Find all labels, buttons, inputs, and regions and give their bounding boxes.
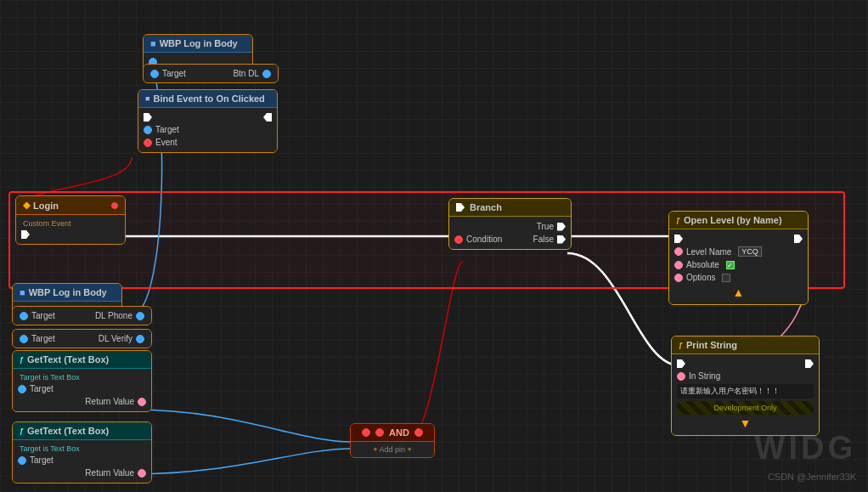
login-event-node[interactable]: ◆ Login Custom Event	[15, 195, 126, 245]
btn-dl-pin	[262, 70, 271, 78]
condition-pin	[454, 235, 463, 244]
target-dl-phone-body: Target DL Phone	[13, 307, 151, 325]
get-text-2-target-label: Target	[30, 455, 54, 465]
bind-event-node[interactable]: ■ Bind Event to On Clicked Target Event	[138, 89, 278, 153]
get-text-1-return-row: Return Value	[18, 395, 146, 408]
btn-dl-label: Btn DL	[233, 69, 259, 78]
exec-out-row	[21, 229, 120, 240]
print-string-header: ƒ Print String	[672, 336, 819, 354]
wbp-login-body-top-label: WBP Log in Body	[160, 38, 238, 48]
target-dl-phone-node[interactable]: Target DL Phone	[12, 306, 152, 325]
level-name-value[interactable]: YCQ	[738, 246, 762, 257]
print-string-node[interactable]: ƒ Print String In String 请重新输入用户名密码！！！ D…	[671, 336, 820, 436]
target-dl-verify-body: Target DL Verify	[13, 330, 151, 348]
login-red-pin	[111, 202, 118, 209]
options-checkbox[interactable]	[722, 274, 730, 282]
bind-icon: ■	[145, 94, 149, 103]
and-label: AND	[389, 427, 409, 438]
add-pin-label[interactable]: + Add pin +	[356, 445, 429, 454]
wbp-login-body-left-header: ■ WBP Log in Body	[13, 284, 121, 302]
exec-in-pin	[144, 113, 152, 122]
condition-label: Condition	[466, 235, 502, 244]
absolute-label: Absolute	[686, 260, 719, 269]
get-text-1-return-pin	[138, 398, 146, 406]
expand-arrow[interactable]: ▲	[674, 284, 803, 301]
target-label: Target	[162, 69, 186, 78]
get-text-2-return-pin	[138, 469, 146, 478]
get-text-2-node[interactable]: ƒ GetText (Text Box) Target is Text Box …	[12, 421, 152, 484]
target-dl-verify-node[interactable]: Target DL Verify	[12, 329, 152, 348]
login-event-header: ◆ Login	[16, 196, 125, 215]
get-text-1-target-row: Target	[18, 382, 146, 395]
in-string-label: In String	[689, 371, 720, 381]
open-level-label: Open Level (by Name)	[684, 215, 782, 225]
absolute-pin	[674, 261, 683, 269]
options-row: Options	[674, 271, 803, 284]
exec-out-pin	[263, 113, 272, 122]
dl-phone-target-label: Target	[31, 311, 55, 320]
custom-event-label: Custom Event	[21, 218, 120, 229]
dl-verify-out-pin	[136, 335, 144, 343]
bind-event-body: Target Event	[138, 108, 277, 152]
get-text-1-target-pin	[18, 385, 26, 393]
and-out-pin	[414, 428, 423, 437]
exec-in	[674, 235, 683, 243]
event-row: Event	[144, 136, 272, 149]
target-btn-dl-node[interactable]: Target Btn DL	[143, 64, 279, 83]
false-label: False	[533, 235, 554, 244]
and-node[interactable]: AND + Add pin +	[350, 423, 435, 458]
get-text-1-return-label: Return Value	[85, 397, 134, 406]
open-level-body: Level Name YCQ Absolute ✓ Options ▲	[669, 229, 808, 304]
and-in-pin1	[362, 428, 370, 437]
get-text-2-target-pin	[18, 456, 26, 465]
exec-in-row	[144, 111, 272, 123]
absolute-row: Absolute ✓	[674, 258, 803, 271]
level-name-label: Level Name	[686, 247, 731, 257]
branch-node[interactable]: Branch True Condition False	[448, 198, 572, 250]
bind-event-label: Bind Event to On Clicked	[153, 93, 264, 104]
print-string-label: Print String	[686, 340, 737, 350]
print-exec-row	[677, 358, 814, 370]
diamond-icon: ◆	[23, 200, 30, 211]
and-body: + Add pin +	[351, 442, 434, 457]
in-string-pin	[677, 372, 685, 381]
branch-body: True Condition False	[449, 217, 571, 249]
event-in-pin	[144, 139, 152, 147]
false-out-pin	[557, 235, 566, 244]
blueprint-canvas[interactable]: ■ WBP Log in Body Target Btn DL ■ Bind E…	[0, 0, 868, 492]
wbp-login-body-left-label: WBP Log in Body	[29, 287, 107, 297]
get-text-1-target-label: Target	[30, 384, 54, 393]
true-out-pin	[557, 223, 566, 231]
get-text-1-body: Target is Text Box Target Return Value	[13, 369, 151, 411]
dl-phone-out-pin	[136, 312, 144, 320]
get-text-1-header: ƒ GetText (Text Box)	[13, 351, 151, 369]
target-in-pin	[144, 126, 152, 134]
get-text-2-return-label: Return Value	[85, 468, 134, 478]
dl-verify-target-label: Target	[31, 334, 55, 343]
dl-verify-value-label: DL Verify	[99, 334, 132, 343]
get-text-1-node[interactable]: ƒ GetText (Text Box) Target is Text Box …	[12, 350, 152, 412]
get-text-2-header: ƒ GetText (Text Box)	[13, 422, 151, 440]
dl-phone-value-label: DL Phone	[95, 311, 132, 320]
get-text-2-return-row: Return Value	[18, 467, 146, 479]
dl-verify-pin-row: Target DL Verify	[20, 332, 144, 345]
options-pin	[674, 274, 683, 282]
func-icon: ƒ	[676, 216, 680, 224]
watermark-text: WIDG	[755, 430, 856, 467]
open-level-header: ƒ Open Level (by Name)	[669, 212, 808, 229]
print-expand-arrow[interactable]: ▼	[677, 415, 814, 432]
get-text-2-body: Target is Text Box Target Return Value	[13, 440, 151, 483]
absolute-checkbox[interactable]: ✓	[726, 261, 735, 269]
csdn-label: CSDN @Jennifer33K	[768, 472, 856, 482]
login-event-label: Login	[33, 201, 59, 211]
target-row: Target	[144, 123, 272, 136]
exec-row	[674, 233, 803, 245]
get-text-2-sub: Target is Text Box	[18, 444, 146, 454]
in-string-value: 请重新输入用户名密码！！！	[677, 384, 814, 399]
open-level-node[interactable]: ƒ Open Level (by Name) Level Name YCQ Ab…	[668, 211, 809, 305]
true-label: True	[537, 222, 554, 231]
print-exec-in	[677, 359, 685, 368]
get-text-1-sub: Target is Text Box	[18, 372, 146, 382]
target-btn-pin-row: Target Btn DL	[150, 67, 271, 80]
get-text-2-label: GetText (Text Box)	[27, 426, 109, 436]
